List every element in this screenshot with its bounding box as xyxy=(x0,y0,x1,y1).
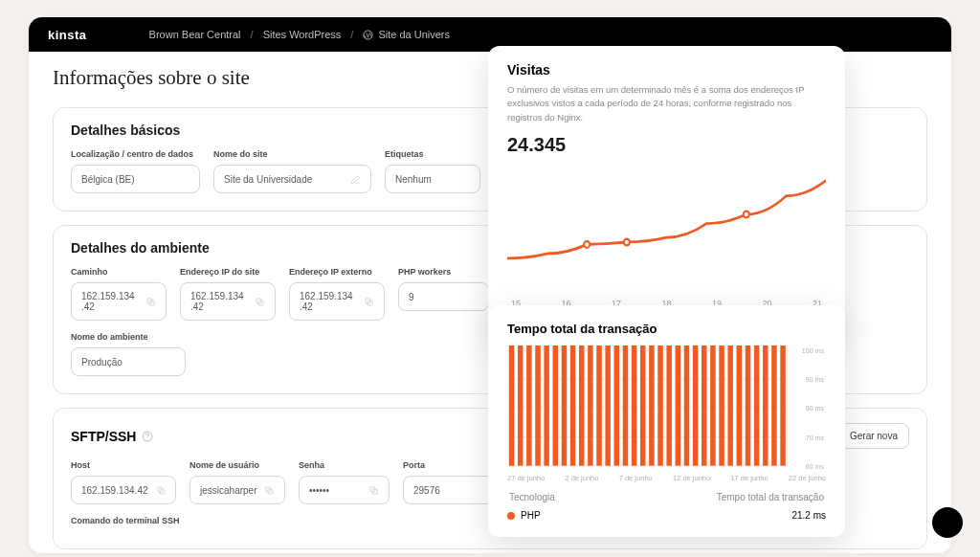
svg-rect-79 xyxy=(623,345,628,466)
legend-dot xyxy=(507,512,515,520)
svg-rect-143 xyxy=(763,345,768,466)
legend-item-php: PHP 21.2 ms xyxy=(507,510,826,521)
copy-icon[interactable] xyxy=(145,297,156,307)
visits-line-chart xyxy=(507,164,826,293)
host-field[interactable]: 162.159.134.42 xyxy=(71,476,176,504)
transaction-x-axis: 27 de junho2 de junho7 de junho12 de jun… xyxy=(507,474,826,482)
svg-rect-107 xyxy=(684,345,689,466)
copy-icon[interactable] xyxy=(156,485,166,496)
svg-rect-67 xyxy=(596,345,601,466)
fab-button[interactable] xyxy=(932,507,963,538)
svg-rect-123 xyxy=(719,345,724,466)
port-label: Porta xyxy=(403,460,494,470)
svg-text:60 ms: 60 ms xyxy=(806,462,825,470)
sitename-label: Nome do site xyxy=(213,149,371,159)
svg-rect-151 xyxy=(780,345,785,466)
siteip-label: Endereço IP do site xyxy=(180,267,276,277)
svg-rect-111 xyxy=(693,345,698,466)
location-field[interactable]: Bélgica (BE) xyxy=(71,165,200,193)
breadcrumb[interactable]: Brown Bear Central xyxy=(149,29,241,40)
extip-label: Endereço IP externo xyxy=(289,267,385,277)
sitename-field[interactable]: Site da Universidade xyxy=(213,165,371,193)
copy-icon[interactable] xyxy=(368,485,379,496)
svg-point-16 xyxy=(744,211,749,217)
envname-field[interactable]: Produção xyxy=(71,347,186,376)
port-field[interactable]: 29576 xyxy=(403,476,494,504)
regenerate-button[interactable]: Gerar nova xyxy=(838,423,909,449)
svg-rect-35 xyxy=(526,345,531,466)
location-label: Localização / centro de dados xyxy=(71,149,200,159)
extip-field[interactable]: 162.159.134 .42 xyxy=(289,282,385,321)
svg-rect-39 xyxy=(535,345,540,466)
svg-rect-71 xyxy=(605,345,610,466)
visits-description: O número de visitas em um determinado mê… xyxy=(507,83,826,124)
svg-rect-147 xyxy=(771,345,776,466)
svg-rect-27 xyxy=(509,345,514,466)
user-label: Nome de usuário xyxy=(189,460,285,470)
user-field[interactable]: jessicaharper xyxy=(189,476,285,504)
host-label: Host xyxy=(71,460,176,470)
svg-rect-91 xyxy=(649,345,654,466)
svg-rect-59 xyxy=(579,345,584,466)
svg-rect-47 xyxy=(553,345,558,466)
svg-rect-139 xyxy=(754,345,759,466)
visits-value: 24.345 xyxy=(507,134,826,156)
svg-rect-31 xyxy=(518,345,523,466)
svg-rect-51 xyxy=(562,345,567,466)
help-icon[interactable] xyxy=(142,431,153,442)
svg-point-15 xyxy=(624,238,630,245)
svg-rect-63 xyxy=(588,345,592,466)
path-field[interactable]: 162.159.134 .42 xyxy=(71,282,167,321)
copy-icon[interactable] xyxy=(264,485,275,496)
terminal-label: Comando do terminal SSH xyxy=(71,516,180,525)
copy-icon[interactable] xyxy=(364,297,374,307)
path-label: Caminho xyxy=(71,267,167,277)
svg-text:100 ms: 100 ms xyxy=(802,345,824,354)
transaction-card: Tempo total da transação 100 ms90 ms80 m… xyxy=(488,305,845,537)
svg-rect-99 xyxy=(666,345,671,466)
svg-rect-135 xyxy=(746,345,750,466)
breadcrumb[interactable]: Site da Univers xyxy=(378,29,450,40)
svg-rect-43 xyxy=(544,345,548,466)
svg-rect-87 xyxy=(640,345,645,466)
visits-card: Visitas O número de visitas em um determ… xyxy=(488,46,845,335)
breadcrumb[interactable]: Sites WordPress xyxy=(263,29,342,40)
phpworkers-field[interactable]: 9 xyxy=(398,282,489,311)
svg-text:80 ms: 80 ms xyxy=(806,404,825,412)
svg-text:70 ms: 70 ms xyxy=(806,433,825,441)
svg-text:90 ms: 90 ms xyxy=(806,375,825,384)
svg-point-14 xyxy=(584,241,590,248)
tags-field[interactable]: Nenhum xyxy=(385,165,480,193)
tags-label: Etiquetas xyxy=(385,149,480,159)
svg-rect-127 xyxy=(727,345,732,466)
logo: kinsta xyxy=(48,28,87,42)
visits-title: Visitas xyxy=(507,62,826,78)
svg-rect-83 xyxy=(632,345,636,466)
transaction-title: Tempo total da transação xyxy=(507,322,826,336)
panel-title: SFTP/SSH xyxy=(71,429,136,444)
pass-field[interactable]: •••••• xyxy=(299,476,390,504)
svg-rect-75 xyxy=(614,345,619,466)
envname-label: Nome do ambiente xyxy=(71,332,186,342)
transaction-columns: Tecnologia Tempo total da transação xyxy=(507,492,826,502)
svg-rect-119 xyxy=(710,345,715,466)
svg-rect-55 xyxy=(570,345,575,466)
transaction-bar-chart: 100 ms90 ms80 ms70 ms60 ms xyxy=(507,345,826,470)
svg-rect-103 xyxy=(676,345,680,466)
svg-rect-95 xyxy=(657,345,662,466)
copy-icon[interactable] xyxy=(255,297,265,307)
svg-rect-115 xyxy=(702,345,706,466)
phpworkers-label: PHP workers xyxy=(398,267,489,277)
wordpress-icon xyxy=(363,30,373,40)
svg-rect-131 xyxy=(737,345,742,466)
pass-label: Senha xyxy=(299,460,390,470)
siteip-field[interactable]: 162.159.134 .42 xyxy=(180,282,276,321)
edit-icon[interactable] xyxy=(350,174,361,185)
